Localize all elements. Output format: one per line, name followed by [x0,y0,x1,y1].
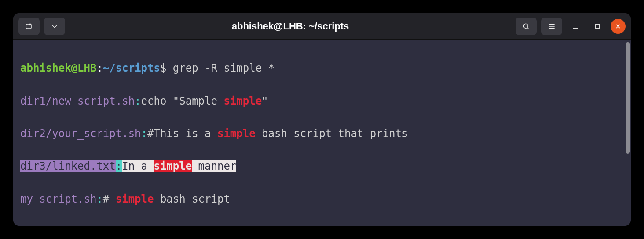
svg-line-4 [527,27,529,29]
grep-match: simple [217,127,256,140]
tab-menu-button[interactable] [44,18,65,35]
output-line-2: dir2/your_script.sh:#This is a simple ba… [20,126,624,142]
scrollbar[interactable] [626,42,630,154]
output-line-4: my_script.sh:# simple bash script [20,191,624,207]
window-title: abhishek@LHB: ~/scripts [70,21,511,32]
maximize-button[interactable] [589,18,606,35]
close-button[interactable] [611,19,626,34]
output-line-5: your_script.sh:# simple bash script [20,224,624,226]
prompt-host: LHB [77,62,96,74]
grep-match: simple [116,193,154,205]
prompt-user: abhishek [20,62,71,74]
prompt-path: ~/scripts [103,62,160,74]
prompt-line-1: abhishek@LHB:~/scripts$ grep -R simple * [20,60,624,76]
svg-point-3 [523,24,528,28]
grep-match: simple [154,160,192,172]
grep-match: simple [128,225,167,226]
minimize-button[interactable] [567,18,584,35]
search-button[interactable] [516,18,537,35]
hamburger-menu-button[interactable] [541,18,562,35]
terminal-window: abhishek@LHB: ~/scripts abhishek@LHB:~/s… [13,13,631,226]
title-bar: abhishek@LHB: ~/scripts [13,13,631,40]
output-line-1: dir1/new_script.sh:echo "Sample simple" [20,93,624,109]
output-line-3-selected: dir3/linked.txt:In a simple manner [20,158,624,174]
terminal-content[interactable]: abhishek@LHB:~/scripts$ grep -R simple *… [13,40,631,226]
command-text: grep -R simple * [173,62,274,74]
grep-match: simple [223,95,262,107]
new-tab-button[interactable] [18,18,40,35]
svg-rect-9 [596,24,600,28]
